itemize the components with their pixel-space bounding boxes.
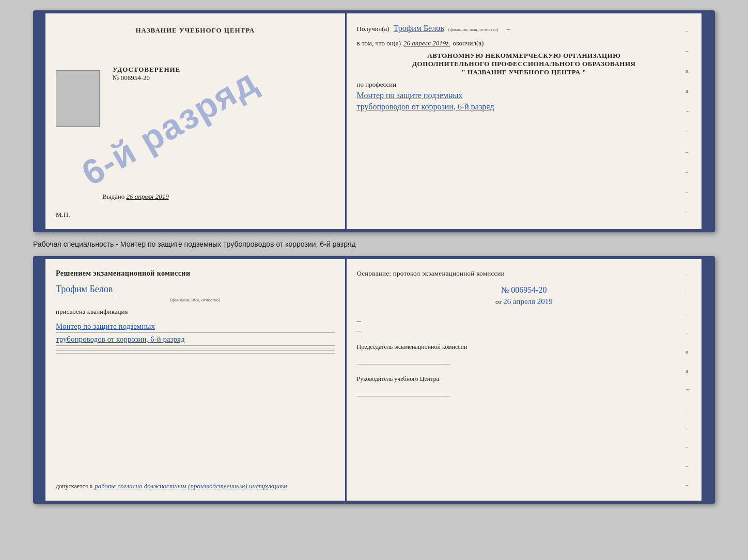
received-name: Трофим Белов (394, 24, 444, 33)
mp-block: М.П. (56, 211, 70, 219)
separator-2 (56, 350, 335, 351)
doc2-right-page: Основание: протокол экзаменационной коми… (347, 259, 702, 501)
udostoverenie-label: УДОСТОВЕРЕНИЕ (113, 66, 335, 74)
margin-dash-2: – (685, 47, 691, 54)
r2-dash5: – (685, 405, 691, 411)
doc1-left-title: НАЗВАНИЕ УЧЕБНОГО ЦЕНТРА (56, 26, 335, 35)
middle-text: Рабочая специальность - Монтер по защите… (33, 237, 715, 251)
received-line: Получил(а) Трофим Белов (фамилия, имя, о… (357, 24, 691, 33)
doc2-name-block: Трофим Белов (фамилия, имя, отчество) (56, 284, 335, 302)
right2-margin-annotations: – – – – и а ← – – – – – (685, 259, 691, 501)
book-spine-left (36, 13, 45, 229)
certificate-document-2: Решением экзаменационной комиссии Трофим… (33, 256, 715, 504)
right2-dash1: – (357, 316, 361, 325)
r2-arrow: ← (685, 386, 691, 392)
profession-line1: Монтер по защите подземных (357, 91, 691, 100)
doc2-name-subtitle: (фамилия, имя, отчество) (56, 297, 335, 302)
right2-dash2: – (357, 326, 361, 334)
org-line3: " НАЗВАНИЕ УЧЕБНОГО ЦЕНТРА " (357, 68, 691, 76)
separator-1 (56, 348, 335, 348)
r2-dash3: – (685, 310, 691, 316)
margin-a: а (685, 88, 691, 94)
ot-label: от (495, 298, 502, 306)
org-block: АВТОНОМНУЮ НЕКОММЕРЧЕСКУЮ ОРГАНИЗАЦИЮ ДО… (357, 52, 691, 76)
protocol-number: № 006954-20 (357, 285, 691, 295)
vtom-date: 26 апреля 2019г. (403, 39, 450, 47)
prisvoena-text: присвоена квалификация (56, 308, 335, 316)
vtom-line: в том, что он(а) 26 апреля 2019г. окончи… (357, 39, 691, 47)
okonchil: окончил(а) (453, 39, 484, 47)
chairman-signature-line (357, 354, 450, 364)
dopuskaetsya-value: работе согласно должностным (производств… (95, 482, 287, 490)
osnovaniye-text: Основание: протокол экзаменационной коми… (357, 269, 691, 278)
doc1-left-page: НАЗВАНИЕ УЧЕБНОГО ЦЕНТРА УДОСТОВЕРЕНИЕ №… (45, 13, 347, 229)
margin-dash-7: – (685, 209, 691, 215)
book2-spine-right (702, 259, 712, 501)
r2-dash6: – (685, 424, 691, 430)
received-subtitle: (фамилия, имя, отчество) (448, 27, 498, 32)
udostoverenie-number: № 006954-20 (113, 74, 335, 82)
r2-dash1: – (685, 272, 691, 278)
qualification-line1: Монтер по защите подземных (56, 320, 335, 333)
rukovoditel-block: Руководитель учебного Центра (357, 375, 691, 396)
rukovoditel-label: Руководитель учебного Центра (357, 375, 691, 383)
margin-dash-1: – (685, 27, 691, 34)
separator-3 (56, 353, 335, 354)
dash1: – (507, 25, 510, 33)
book-spine-right (702, 13, 712, 229)
photo-placeholder (56, 70, 100, 127)
margin-i: и (685, 68, 691, 74)
vtom-label: в том, что он(а) (357, 39, 401, 47)
margin-dash-6: – (685, 189, 691, 195)
right-margin-annotations: – – и а ← – – – – – (685, 13, 691, 229)
udostoverenie-block: УДОСТОВЕРЕНИЕ № 006954-20 (113, 66, 335, 82)
r2-a: а (685, 367, 691, 374)
received-label: Получил(а) (357, 25, 389, 33)
doc2-name: Трофим Белов (56, 284, 113, 296)
po-professii-label: по профессии (357, 81, 691, 89)
vydano-block: Выдано 26 апреля 2019 (102, 193, 169, 201)
dopuskaetsya-label: допускается к (56, 483, 92, 490)
qualification-line2: трубопроводов от коррозии, 6-й разряд (56, 333, 335, 346)
ot-date-block: от 26 апреля 2019 (357, 297, 691, 306)
certificate-document-1: НАЗВАНИЕ УЧЕБНОГО ЦЕНТРА УДОСТОВЕРЕНИЕ №… (33, 10, 715, 232)
book2-spine-left (36, 259, 45, 501)
org-line1: АВТОНОМНУЮ НЕКОММЕРЧЕСКУЮ ОРГАНИЗАЦИЮ (357, 52, 691, 60)
profession-line2: трубопроводов от коррозии, 6-й разряд (357, 102, 691, 111)
r2-dash2: – (685, 291, 691, 297)
dopuskaetsya-block: допускается к работе согласно должностны… (56, 481, 335, 490)
margin-dash-3: – (685, 128, 691, 134)
margin-arrow: ← (685, 108, 691, 114)
org-line2: ДОПОЛНИТЕЛЬНОГО ПРОФЕССИОНАЛЬНОГО ОБРАЗО… (357, 60, 691, 68)
vydano-date: 26 апреля 2019 (127, 193, 169, 200)
margin-dash-4: – (685, 149, 691, 155)
protocol-block: № 006954-20 от 26 апреля 2019 (357, 285, 691, 306)
dash-lines: – – (357, 316, 691, 335)
doc2-section-title: Решением экзаменационной комиссии (56, 269, 335, 278)
r2-i: и (685, 348, 691, 355)
r2-dash7: – (685, 443, 691, 450)
doc1-right-page: Получил(а) Трофим Белов (фамилия, имя, о… (347, 13, 702, 229)
vydano-label: Выдано (102, 193, 124, 200)
margin-dash-5: – (685, 169, 691, 175)
r2-dash9: – (685, 482, 691, 488)
rukovoditel-signature-line (357, 386, 450, 396)
r2-dash8: – (685, 462, 691, 469)
chairman-label: Председатель экзаменационной комиссии (357, 343, 691, 351)
r2-dash4: – (685, 329, 691, 335)
doc2-left-page: Решением экзаменационной комиссии Трофим… (45, 259, 347, 501)
ot-date-value: 26 апреля 2019 (503, 297, 553, 306)
chairman-block: Председатель экзаменационной комиссии (357, 343, 691, 364)
